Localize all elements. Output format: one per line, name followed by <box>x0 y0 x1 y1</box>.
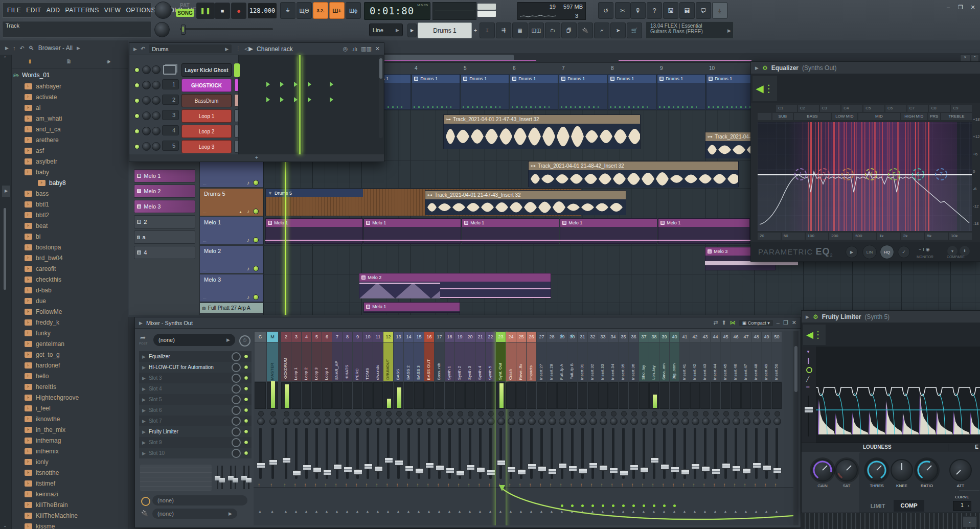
browser-scroll-thumb[interactable] <box>4 208 6 290</box>
strip-route-arrow-icon[interactable]: ↑ <box>539 482 542 488</box>
strip-route-arrow-icon[interactable]: ↑ <box>417 482 419 488</box>
strip-number[interactable]: 7 <box>332 332 342 342</box>
eq-arrow-icon[interactable]: ▶ <box>755 65 759 71</box>
fx-mix-knob[interactable] <box>232 352 241 361</box>
strip-fader-cap[interactable] <box>701 466 710 472</box>
strip-pan-knob[interactable] <box>344 418 352 425</box>
eq-band-cell[interactable]: C4 <box>841 105 862 112</box>
browser-item[interactable]: ⊦kissme <box>11 521 128 529</box>
strip-route-arrow-icon[interactable]: ↑ <box>366 482 368 488</box>
strip-fader-cap[interactable] <box>609 468 618 473</box>
fx-enable-led[interactable] <box>244 386 248 391</box>
rack-add-row[interactable]: + <box>129 154 384 162</box>
fx-slot[interactable]: ▶ Equalizer <box>139 351 252 362</box>
clip-header[interactable]: ☰Melo 1 <box>658 219 749 227</box>
strip-number[interactable]: 36 <box>629 332 639 342</box>
fx-clock-icon[interactable]: ◷ <box>239 335 250 347</box>
strip-fader-cap[interactable] <box>425 463 434 468</box>
record-button[interactable]: ● <box>231 3 246 19</box>
loop-record-icon[interactable]: Шϕ <box>346 2 361 19</box>
pattern-clip-drums1[interactable]: ☰Drums 1 <box>510 74 558 110</box>
fx-eq-slider-pair[interactable] <box>228 465 238 491</box>
strip-pan-knob[interactable] <box>395 418 403 425</box>
strip-route-arrow-icon[interactable]: ↑ <box>478 482 481 488</box>
strip-fader-cap[interactable] <box>257 463 265 468</box>
browser-item[interactable]: ⊦beat <box>11 221 128 231</box>
strip-number[interactable]: 6 <box>322 332 332 342</box>
track-led[interactable] <box>253 266 259 271</box>
pattern-add-button[interactable]: + <box>472 25 479 35</box>
strip-number[interactable]: 32 <box>588 332 598 342</box>
rail-slash-icon[interactable]: ╱ <box>806 376 809 382</box>
browser-item[interactable]: ⊦iknowthe <box>11 414 128 424</box>
eq-band-name[interactable]: HIGH MID <box>901 113 927 120</box>
eq-band-cell[interactable]: C5 <box>863 105 884 112</box>
strip-dock-triangle-icon[interactable]: ▲ <box>622 510 625 513</box>
eq-band-name[interactable]: MID <box>858 113 900 120</box>
fx-mix-knob[interactable] <box>232 417 241 426</box>
rail-o-icon[interactable] <box>806 367 812 373</box>
strip-led[interactable] <box>376 411 381 417</box>
strip-route-arrow-icon[interactable]: ↑ <box>519 482 521 488</box>
strip-route-arrow-icon[interactable]: ↑ <box>304 482 307 488</box>
browser-item[interactable]: ⊦d-bab <box>11 285 128 295</box>
fx-enable-led[interactable] <box>244 376 248 380</box>
strip-name-area[interactable]: PERC <box>353 342 362 381</box>
bpm-display[interactable]: 128.000 <box>247 3 277 19</box>
strip-led[interactable] <box>437 411 443 417</box>
browser-item[interactable]: ⊦asylbetr <box>11 156 128 167</box>
browser-item[interactable]: ⊦activate <box>11 92 128 102</box>
strip-dock-triangle-icon[interactable]: ▲ <box>540 510 543 513</box>
rack-close-icon[interactable]: ✕ <box>375 45 380 52</box>
channel-target-pill[interactable] <box>234 94 239 107</box>
strip-led[interactable] <box>509 411 514 417</box>
clip-header[interactable]: ▼Drums 5 <box>266 189 363 197</box>
strip-dock-triangle-icon[interactable]: ▲ <box>356 510 359 513</box>
strip-route-arrow-icon[interactable]: ↑ <box>355 482 358 488</box>
strip-number[interactable]: 17 <box>435 332 444 342</box>
strip-fader-cap[interactable] <box>650 457 659 463</box>
strip-led[interactable] <box>488 411 494 417</box>
strip-number[interactable]: 37 <box>639 332 649 342</box>
strip-number[interactable]: 41 <box>680 332 690 342</box>
strip-number[interactable]: 26 <box>527 332 536 342</box>
strip-fader-cap[interactable] <box>344 467 352 472</box>
page-icon[interactable]: 🗍 <box>561 22 577 38</box>
strip-fader-track[interactable] <box>367 428 369 479</box>
browser-scroll-up-icon[interactable]: ⌃ <box>3 56 7 61</box>
strip-name-area[interactable]: Insert 41 <box>680 342 690 381</box>
strip-pan-knob[interactable] <box>661 418 669 425</box>
strip-name-area[interactable]: MASTER <box>267 342 278 381</box>
strip-dock-triangle-icon[interactable]: ▲ <box>611 510 615 513</box>
strip-pan-knob[interactable] <box>334 418 341 425</box>
limiter-knob-ratio[interactable] <box>916 459 938 481</box>
strip-fader-cap[interactable] <box>640 467 649 473</box>
mixer-strip[interactable]: 5Loop 3↑▲ <box>312 331 322 525</box>
strip-route-arrow-icon[interactable]: ↑ <box>509 482 511 488</box>
clip-header[interactable]: ⊶Track_2021-04-0 <box>705 132 753 141</box>
mixer-strip[interactable]: 35Insert 35↑▲ <box>619 331 628 525</box>
strip-dock-triangle-icon[interactable]: ▲ <box>703 510 707 513</box>
track-name[interactable]: Melo 3 <box>204 277 221 283</box>
fx-mix-knob[interactable] <box>232 406 241 415</box>
master-pitch-slider[interactable] <box>180 28 273 30</box>
strip-dock-triangle-icon[interactable]: ▲ <box>417 510 421 513</box>
strip-name-area[interactable]: Loop 4 <box>322 342 332 381</box>
channel-led[interactable] <box>134 129 140 134</box>
note-icon[interactable]: ♪ <box>247 180 249 186</box>
channel-pan-knob[interactable] <box>142 81 151 89</box>
fx-slot[interactable]: ▶ HI-LOW-CUT for Automation <box>139 362 252 373</box>
strip-number[interactable]: 19 <box>455 332 465 342</box>
strip-pan-knob[interactable] <box>257 418 265 425</box>
channel-pan-knob[interactable] <box>142 111 151 120</box>
strip-dock-triangle-icon[interactable]: ▲ <box>294 510 298 513</box>
fx-enable-led[interactable] <box>244 440 248 445</box>
strip-number[interactable]: 11 <box>373 332 383 342</box>
mixer-up-icon[interactable]: ⬆ <box>722 319 726 326</box>
channel-number[interactable]: 5 <box>162 141 179 151</box>
strip-led[interactable] <box>754 411 760 417</box>
channel-target-pill[interactable] <box>234 63 240 77</box>
strip-name-area[interactable]: Bass..nth <box>435 342 444 381</box>
strip-fader-cap[interactable] <box>374 466 383 472</box>
mixer-strip[interactable]: MMASTER↑▲ <box>267 331 278 525</box>
